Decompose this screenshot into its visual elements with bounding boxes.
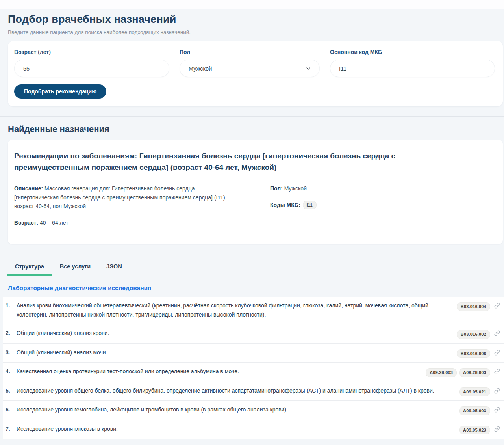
service-code-badge: A09.05.023 (459, 426, 490, 435)
service-row: 6. Исследование уровня гемоглобина, лейк… (3, 401, 504, 420)
service-row: 3. Общий (клинический) анализ мочи. B03.… (3, 344, 504, 363)
recommendation-age: Возраст: 40 – 64 лет (14, 218, 237, 227)
service-row: 1. Анализ крови биохимический общетерапе… (3, 297, 504, 325)
tab-all-services[interactable]: Все услуги (52, 260, 98, 276)
age-kv-label: Возраст: (14, 220, 38, 226)
top-whitespace-band (0, 0, 504, 9)
service-code-badge: A09.28.003 (426, 368, 457, 377)
age-kv-value: 40 – 64 лет (40, 220, 69, 226)
recommendation-icd: Коды МКБ:I11 (270, 201, 317, 210)
service-code-badge: B03.016.002 (457, 330, 490, 339)
service-code-badge: A09.28.003 (459, 368, 490, 377)
service-row: 7. Исследование уровня глюкозы в крови. … (3, 420, 504, 439)
row-number: 4. (6, 367, 17, 376)
service-text: Общий (клинический) анализ крови. (17, 329, 457, 338)
sources-toggle[interactable]: Источники раздела (5) (5, 439, 504, 445)
service-code-badge: B03.016.004 (457, 302, 490, 311)
chevron-down-icon (305, 65, 311, 72)
recommendation-sex: Пол: Мужской (270, 184, 317, 193)
age-label: Возраст (лет) (14, 49, 169, 55)
lab-section-heading: Лабораторные диагностические исследовани… (8, 285, 504, 292)
results-heading: Найденные назначения (8, 124, 504, 134)
service-code-badge: A09.05.021 (459, 387, 490, 397)
link-icon[interactable] (494, 426, 500, 432)
service-row: 5. Исследование уровня общего белка, общ… (3, 382, 504, 401)
icd-code-input[interactable] (330, 60, 495, 77)
service-text: Качественная оценка протеинурии тест-пол… (17, 367, 426, 376)
icd-kv-label: Коды МКБ: (270, 202, 300, 208)
page-title: Подбор врачебных назначений (8, 13, 504, 26)
row-number: 1. (6, 301, 17, 311)
description-label: Описание: (14, 185, 43, 192)
link-icon[interactable] (494, 350, 500, 356)
service-code-badge: B03.016.006 (457, 349, 490, 358)
row-number: 5. (6, 386, 17, 396)
patient-form-card: Возраст (лет) Пол Мужской Основной код М… (8, 41, 503, 106)
recommendation-card: Рекомендации по заболеваниям: Гипертензи… (8, 140, 503, 244)
tab-json[interactable]: JSON (98, 260, 130, 276)
row-number: 6. (6, 405, 17, 415)
page: Подбор врачебных назначений Введите данн… (0, 9, 504, 445)
service-text: Анализ крови биохимический общетерапевти… (17, 301, 457, 320)
tab-structure[interactable]: Структура (7, 260, 52, 276)
service-row: 4. Качественная оценка протеинурии тест-… (3, 363, 504, 382)
sex-kv-value: Мужской (284, 185, 307, 192)
service-code-badge: A09.05.003 (459, 406, 490, 415)
icd-code-badge: I11 (303, 201, 317, 210)
service-text: Общий (клинический) анализ мочи. (17, 348, 457, 357)
sex-select-value: Мужской (189, 65, 212, 72)
link-icon[interactable] (494, 388, 500, 394)
recommendation-title: Рекомендации по заболеваниям: Гипертензи… (14, 150, 471, 173)
age-input[interactable] (14, 60, 169, 77)
service-text: Исследование уровня глюкозы в крови. (17, 425, 459, 434)
service-text: Исследование уровня гемоглобина, лейкоци… (17, 405, 459, 415)
description-value: Массовая генерация для: Гипертензивная б… (14, 185, 227, 209)
sex-kv-label: Пол: (270, 185, 283, 192)
service-text: Исследование уровня общего белка, общего… (17, 386, 459, 396)
service-row: 2. Общий (клинический) анализ крови. B03… (3, 324, 504, 344)
recommendation-description: Описание: Массовая генерация для: Гиперт… (14, 184, 237, 211)
find-recommendation-button[interactable]: Подобрать рекомендацию (14, 84, 106, 99)
sex-select[interactable]: Мужской (180, 60, 320, 77)
row-number: 7. (6, 425, 17, 434)
tab-bar: Структура Все услуги JSON (7, 260, 504, 275)
sex-label: Пол (180, 49, 320, 55)
row-number: 2. (6, 329, 17, 338)
icd-code-label: Основной код МКБ (330, 49, 495, 55)
link-icon[interactable] (494, 407, 500, 413)
link-icon[interactable] (494, 330, 500, 336)
link-icon[interactable] (494, 369, 500, 374)
section-divider (0, 116, 504, 117)
page-subtitle: Введите данные пациента для поиска наибо… (8, 29, 504, 35)
link-icon[interactable] (494, 303, 500, 309)
row-number: 3. (6, 348, 17, 357)
lab-service-list: 1. Анализ крови биохимический общетерапе… (3, 297, 504, 439)
